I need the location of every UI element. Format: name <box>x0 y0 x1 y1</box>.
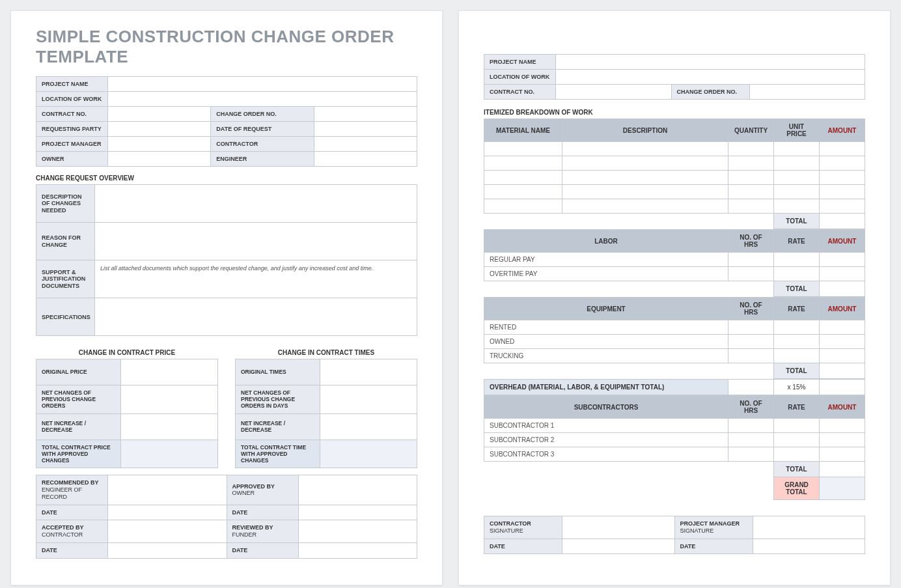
page-wrap: SIMPLE CONSTRUCTION CHANGE ORDER TEMPLAT… <box>0 0 901 588</box>
field-sub-total[interactable] <box>820 462 865 477</box>
field-sig-date-contractor[interactable] <box>562 539 675 554</box>
field-labor-total[interactable] <box>820 281 865 297</box>
field-total-time[interactable] <box>320 440 417 468</box>
lbl-date-2: DATE <box>227 505 298 520</box>
field-desc-changes[interactable] <box>95 185 417 223</box>
field-date-2[interactable] <box>298 505 417 520</box>
lbl-overhead: OVERHEAD (MATERIAL, LABOR, & EQUIPMENT T… <box>484 380 728 395</box>
lbl-recommended-by: RECOMMENDED BY ENGINEER OF RECORD <box>36 475 108 505</box>
field-sig-contractor[interactable] <box>562 516 675 539</box>
lbl-date-of-request: DATE OF REQUEST <box>211 122 314 137</box>
hdr-amount: AMOUNT <box>820 119 865 142</box>
material-row <box>484 199 865 214</box>
field-sig-pm[interactable] <box>753 516 865 539</box>
p2-field-location[interactable] <box>556 70 865 85</box>
field-date-1[interactable] <box>108 505 227 520</box>
hdr-labor: LABOR <box>484 230 728 253</box>
price-table: ORIGINAL PRICE NET CHANGES OF PREVIOUS C… <box>36 359 218 468</box>
lbl-specs: SPECIFICATIONS <box>36 298 95 336</box>
lbl-materials-total: TOTAL <box>774 214 820 229</box>
lbl-support-docs: SUPPORT & JUSTIFICATION DOCUMENTS <box>36 260 95 298</box>
field-total-price[interactable] <box>121 440 218 468</box>
field-net-inc-dec-time[interactable] <box>320 413 417 440</box>
field-overhead-amount[interactable] <box>820 380 865 395</box>
lbl-sig-pm: PROJECT MANAGER SIGNATURE <box>674 516 753 539</box>
field-sig-date-pm[interactable] <box>753 539 865 554</box>
hdr-amount-labor: AMOUNT <box>820 230 865 253</box>
field-materials-total[interactable] <box>820 214 865 229</box>
lbl-net-prev-time: NET CHANGES OF PREVIOUS CHANGE ORDERS IN… <box>236 385 320 414</box>
lbl-owner: OWNER <box>36 152 108 167</box>
field-project-manager[interactable] <box>108 137 211 152</box>
field-requesting-party[interactable] <box>108 122 211 137</box>
field-equipment-total[interactable] <box>820 363 865 379</box>
row-rented: RENTED <box>484 320 728 335</box>
overview-table: DESCRIPTION OF CHANGES NEEDED REASON FOR… <box>36 184 417 336</box>
field-change-order-no[interactable] <box>314 107 417 122</box>
lbl-sig-date-contractor: DATE <box>484 539 562 554</box>
lbl-desc-changes: DESCRIPTION OF CHANGES NEEDED <box>36 185 95 223</box>
hdr-description: DESCRIPTION <box>562 119 728 142</box>
lbl-sig-date-pm: DATE <box>674 539 753 554</box>
field-location[interactable] <box>108 92 417 107</box>
overhead-table: OVERHEAD (MATERIAL, LABOR, & EQUIPMENT T… <box>484 379 865 395</box>
field-net-inc-dec-price[interactable] <box>121 413 218 440</box>
field-specs[interactable] <box>95 298 417 336</box>
lbl-reviewed-by: REVIEWED BY FUNDER <box>227 520 298 543</box>
p2-header-table: PROJECT NAME LOCATION OF WORK CONTRACT N… <box>484 54 865 100</box>
lbl-total-time: TOTAL CONTRACT TIME WITH APPROVED CHANGE… <box>236 440 320 468</box>
field-approved-by[interactable] <box>298 475 417 505</box>
field-net-prev-time[interactable] <box>320 385 417 414</box>
lbl-original-time: ORIGINAL TIMES <box>236 359 320 385</box>
lbl-requesting-party: REQUESTING PARTY <box>36 122 108 137</box>
time-table: ORIGINAL TIMES NET CHANGES OF PREVIOUS C… <box>235 359 417 468</box>
lbl-original-price: ORIGINAL PRICE <box>36 359 121 385</box>
price-time-row: CHANGE IN CONTRACT PRICE ORIGINAL PRICE … <box>36 341 417 468</box>
time-block: CHANGE IN CONTRACT TIMES ORIGINAL TIMES … <box>235 341 417 468</box>
p2-field-contract-no[interactable] <box>556 85 672 100</box>
field-date-3[interactable] <box>108 542 227 558</box>
material-row <box>484 185 865 199</box>
equipment-table: EQUIPMENT NO. OF HRS RATE AMOUNT RENTED … <box>484 297 865 379</box>
row-trucking: TRUCKING <box>484 349 728 363</box>
sheet-page-2: PROJECT NAME LOCATION OF WORK CONTRACT N… <box>458 10 891 585</box>
labor-table: LABOR NO. OF HRS RATE AMOUNT REGULAR PAY… <box>484 229 865 297</box>
lbl-date-1: DATE <box>36 505 108 520</box>
field-original-price[interactable] <box>121 359 218 385</box>
field-owner[interactable] <box>108 152 211 167</box>
lbl-project-name: PROJECT NAME <box>36 77 108 92</box>
field-support-docs[interactable]: List all attached documents which suppor… <box>95 260 417 298</box>
lbl-sub-total: TOTAL <box>774 462 820 477</box>
overhead-rate: x 15% <box>774 380 820 395</box>
hdr-equipment: EQUIPMENT <box>484 298 728 320</box>
field-original-time[interactable] <box>320 359 417 385</box>
lbl-net-inc-dec-time: NET INCREASE / DECREASE <box>236 413 320 440</box>
field-date-4[interactable] <box>298 542 417 558</box>
field-project-name[interactable] <box>108 77 417 92</box>
hdr-rate: RATE <box>774 230 820 253</box>
lbl-reason: REASON FOR CHANGE <box>36 223 95 260</box>
p2-field-project-name[interactable] <box>556 55 865 70</box>
field-contractor[interactable] <box>314 137 417 152</box>
field-reason[interactable] <box>95 223 417 260</box>
lbl-engineer: ENGINEER <box>211 152 314 167</box>
field-contract-no[interactable] <box>108 107 211 122</box>
lbl-labor-total: TOTAL <box>774 281 820 297</box>
signature-table: RECOMMENDED BY ENGINEER OF RECORD APPROV… <box>36 475 417 559</box>
price-block: CHANGE IN CONTRACT PRICE ORIGINAL PRICE … <box>36 341 218 468</box>
field-net-prev-price[interactable] <box>121 385 218 414</box>
field-accepted-by[interactable] <box>108 520 227 543</box>
field-recommended-by[interactable] <box>108 475 227 505</box>
lbl-grand-total: GRAND TOTAL <box>774 477 820 500</box>
field-reviewed-by[interactable] <box>298 520 417 543</box>
material-row <box>484 156 865 171</box>
field-date-of-request[interactable] <box>314 122 417 137</box>
lbl-location: LOCATION OF WORK <box>36 92 108 107</box>
itemized-title: ITEMIZED BREAKDOWN OF WORK <box>484 109 865 116</box>
sheet-page-1: SIMPLE CONSTRUCTION CHANGE ORDER TEMPLAT… <box>10 10 443 585</box>
field-engineer[interactable] <box>314 152 417 167</box>
p2-field-change-order-no[interactable] <box>749 85 865 100</box>
lbl-project-manager: PROJECT MANAGER <box>36 137 108 152</box>
hdr-quantity: QUANTITY <box>728 119 774 142</box>
field-grand-total[interactable] <box>820 477 865 500</box>
